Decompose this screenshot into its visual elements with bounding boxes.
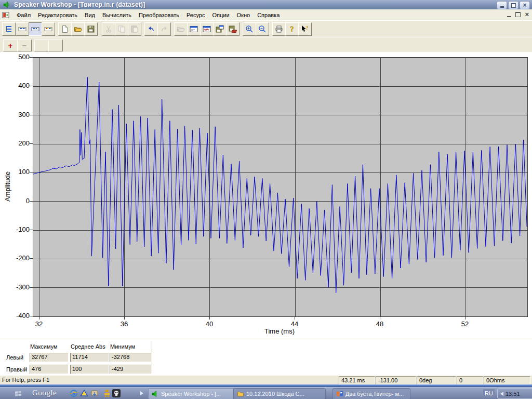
cut-button[interactable] bbox=[102, 22, 115, 36]
menu-window[interactable]: Окно bbox=[233, 10, 254, 20]
close-button[interactable]: × bbox=[520, 1, 530, 9]
menu-edit[interactable]: Редактировать bbox=[34, 10, 81, 20]
menu-resource[interactable]: Ресурс bbox=[183, 10, 208, 20]
chart-window-button[interactable] bbox=[187, 22, 201, 36]
context-help-button[interactable]: ? bbox=[298, 22, 312, 36]
add-button[interactable]: + bbox=[3, 39, 18, 51]
notes-view-button[interactable] bbox=[42, 22, 55, 36]
menu-help[interactable]: Справка bbox=[254, 10, 283, 20]
cut-icon bbox=[104, 25, 113, 33]
menu-calculate[interactable]: Вычислить bbox=[99, 10, 135, 20]
paste-button[interactable] bbox=[128, 22, 141, 36]
x-tick-label: 32 bbox=[29, 320, 49, 328]
quicklaunch-expand-icon[interactable] bbox=[140, 391, 143, 395]
stat-row-label-left: Левый bbox=[6, 354, 23, 361]
y-tick-label: 100 bbox=[1, 168, 30, 176]
chart-view-button[interactable] bbox=[29, 22, 42, 36]
stats-panel: Максимум Среднее Abs Минимум Левый Правы… bbox=[0, 339, 532, 376]
svg-text:?: ? bbox=[290, 25, 294, 33]
tree-view-button[interactable] bbox=[2, 22, 16, 36]
hide-icons-chevron-icon[interactable] bbox=[500, 392, 503, 396]
mdi-restore-icon[interactable] bbox=[515, 12, 521, 17]
y-tick-label: 500 bbox=[1, 53, 30, 61]
task-button-document[interactable]: Два буста,Твитер- м... bbox=[332, 388, 410, 399]
title-bar: Speaker Workshop - [Твитер.in.r (dataset… bbox=[0, 0, 532, 9]
robot-app-icon[interactable] bbox=[103, 389, 111, 397]
webcam-icon[interactable] bbox=[90, 389, 99, 397]
triangle-app-icon[interactable] bbox=[80, 389, 88, 397]
task-label: Два буста,Твитер- м... bbox=[345, 391, 404, 397]
new-file-icon bbox=[61, 25, 69, 33]
menu-view[interactable]: Вид bbox=[81, 10, 99, 20]
speaker-icon bbox=[152, 390, 159, 397]
restore-button[interactable] bbox=[508, 1, 518, 9]
export-button[interactable] bbox=[226, 22, 240, 36]
remove-button[interactable]: − bbox=[17, 39, 32, 51]
save-chart-button[interactable] bbox=[213, 22, 227, 36]
x-tick-mark bbox=[380, 317, 380, 320]
help-button[interactable]: ? bbox=[285, 22, 299, 36]
redo-button[interactable] bbox=[157, 22, 171, 36]
zoom-out-button[interactable] bbox=[256, 22, 269, 36]
node-toolbar: + − bbox=[0, 37, 532, 53]
y-tick-label: 300 bbox=[1, 111, 30, 118]
minimize-button[interactable] bbox=[497, 1, 507, 9]
zoom-in-button[interactable] bbox=[243, 22, 256, 36]
mdi-close-icon[interactable]: × bbox=[525, 11, 529, 18]
open-folder-icon bbox=[74, 25, 82, 33]
y-tick-mark bbox=[30, 57, 33, 58]
task-button-folder[interactable]: 10.12.2010 Шкода С... bbox=[233, 388, 326, 399]
menu-file[interactable]: Файл bbox=[13, 10, 34, 20]
undo-button[interactable] bbox=[144, 22, 158, 36]
copy-icon bbox=[117, 25, 126, 33]
google-logo[interactable]: Google bbox=[32, 389, 57, 397]
x-tick-mark bbox=[39, 317, 39, 320]
new-button[interactable] bbox=[58, 22, 72, 36]
menu-transform[interactable]: Преобразовать bbox=[135, 10, 183, 20]
stats-divider bbox=[152, 341, 152, 373]
taskbar: Google e Speaker Workshop - [... bbox=[0, 387, 532, 399]
notes-view-icon bbox=[44, 25, 52, 33]
help-icon: ? bbox=[288, 25, 296, 33]
duo-window-icon bbox=[336, 390, 343, 397]
svg-text:e: e bbox=[72, 390, 75, 396]
dataset-view-button[interactable] bbox=[16, 22, 29, 36]
copy-button[interactable] bbox=[115, 22, 128, 36]
y-tick-mark bbox=[30, 115, 33, 115]
status-bar: For Help, press F1 43.21 ms -131.00 0deg… bbox=[0, 375, 532, 385]
x-tick-label: 48 bbox=[369, 320, 390, 328]
stat-row-label-right: Правый bbox=[6, 366, 27, 373]
windows-flag-icon[interactable] bbox=[14, 389, 22, 397]
menu-options[interactable]: Опции bbox=[208, 10, 233, 20]
export-icon bbox=[229, 25, 237, 33]
paste-icon bbox=[130, 25, 139, 33]
signal-window-button[interactable] bbox=[200, 22, 214, 36]
task-label: 10.12.2010 Шкода С... bbox=[246, 391, 304, 397]
x-tick-mark bbox=[465, 317, 466, 320]
zoom-in-icon bbox=[245, 25, 254, 33]
task-button-speaker-workshop[interactable]: Speaker Workshop - [... bbox=[148, 388, 234, 399]
print-button[interactable] bbox=[272, 22, 286, 36]
import-button[interactable] bbox=[174, 22, 188, 36]
open-button[interactable] bbox=[71, 22, 85, 36]
y-tick-label: -300 bbox=[1, 283, 30, 291]
skull-app-icon[interactable] bbox=[112, 389, 121, 397]
plot-area[interactable] bbox=[33, 57, 528, 317]
x-tick-label: 36 bbox=[114, 320, 135, 328]
y-tick-label: 0 bbox=[1, 197, 30, 205]
blank-button-2 bbox=[48, 39, 63, 51]
close-icon: × bbox=[523, 2, 526, 8]
status-message: For Help, press F1 bbox=[2, 377, 49, 383]
ie-icon[interactable]: e bbox=[70, 389, 78, 397]
y-tick-mark bbox=[30, 172, 33, 172]
mdi-minimize-icon[interactable] bbox=[507, 16, 511, 17]
clock: 13:51 bbox=[506, 391, 520, 397]
language-indicator[interactable]: RU bbox=[483, 389, 495, 397]
folder-icon bbox=[237, 390, 244, 397]
stat-header-avg: Среднее Abs bbox=[71, 343, 105, 350]
status-value: -131.00 bbox=[376, 376, 416, 384]
import-icon bbox=[177, 25, 185, 33]
restore-icon bbox=[511, 3, 516, 8]
save-button[interactable] bbox=[84, 22, 98, 36]
main-toolbar: ? ? bbox=[0, 20, 532, 37]
